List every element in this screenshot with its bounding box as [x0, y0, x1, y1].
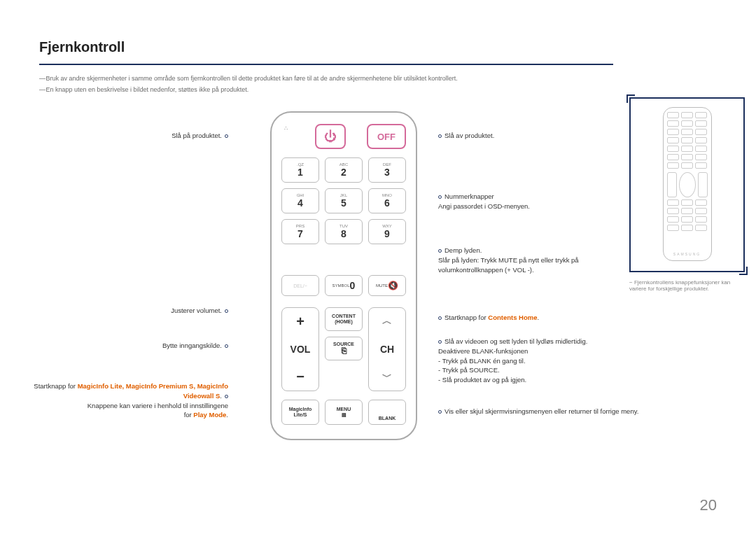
chevron-down-icon: ﹀ [382, 371, 392, 384]
key-1: .QZ1 [281, 157, 319, 183]
mini-remote: SAMSUNG [663, 107, 712, 261]
callout-numkeys: Nummerknapper Angi passordet i OSD-menye… [438, 192, 634, 211]
source-icon: ⎘ [342, 346, 346, 356]
magicinfo-button: MagicInfoLite/S [281, 400, 319, 425]
key-9: WXY9 [368, 219, 406, 244]
power-off-button: OFF [367, 124, 406, 149]
note-2: En knapp uten en beskrivelse i bildet ne… [39, 86, 717, 93]
mute-key: MUTE🔇 [368, 275, 406, 296]
key-4: GHI4 [281, 188, 319, 213]
note-1: Bruk av andre skjermenheter i samme områ… [39, 75, 717, 82]
side-note: Fjernkontrollens knappefunksjoner kan va… [629, 279, 745, 292]
remote-illustration: ∴ OFF .QZ1 ABC2 DEF3 GHI4 JKL5 MNO6 PRS7… [270, 111, 417, 440]
source-button: SOURCE⎘ [325, 337, 363, 360]
callout-power-off: Slå av produktet. [438, 131, 620, 141]
key-6: MNO6 [368, 188, 406, 213]
zero-key: SYMBOL0 [325, 275, 363, 296]
callout-menu: Vis eller skjul skjermvisningsmenyen ell… [438, 407, 648, 416]
key-3: DEF3 [368, 157, 406, 183]
ir-dots: ∴ [284, 125, 289, 132]
callout-vol: Justerer volumet. [39, 306, 228, 316]
callout-magicinfo: Startknapp for MagicInfo Lite, MagicInfo… [18, 381, 228, 420]
mini-brand: SAMSUNG [667, 252, 708, 256]
callout-mute: Demp lyden. Slår på lyden: Trykk MUTE på… [438, 246, 634, 274]
number-keypad: .QZ1 ABC2 DEF3 GHI4 JKL5 MNO6 PRS7 TUV8 … [281, 157, 406, 244]
menu-button: MENU▤ [325, 400, 363, 425]
callout-source: Bytte inngangskilde. [39, 341, 228, 351]
row4: DEL/− SYMBOL0 MUTE🔇 [281, 275, 406, 296]
ch-rocker: ︿ CH ﹀ [368, 307, 406, 391]
bottom-row: MagicInfoLite/S MENU▤ BLANK [281, 400, 406, 425]
side-remote-frame: SAMSUNG [629, 97, 745, 272]
page-title: Fjernkontroll [39, 39, 717, 55]
callout-content-home: Startknapp for Contents Home. [438, 313, 634, 323]
vol-rocker: + VOL − [281, 307, 319, 391]
key-5: JKL5 [325, 188, 363, 213]
chevron-up-icon: ︿ [382, 315, 392, 328]
key-2: ABC2 [325, 157, 363, 183]
menu-icon: ▤ [342, 412, 346, 418]
blank-button: BLANK [368, 400, 406, 425]
content-home-button: CONTENT(HOME) [325, 307, 363, 331]
power-on-button [315, 124, 346, 149]
title-underline [39, 64, 613, 65]
callout-blank: Slå av videoen og sett lyden til lydløs … [438, 337, 648, 385]
key-7: PRS7 [281, 219, 319, 244]
del-key: DEL/− [281, 275, 319, 296]
key-8: TUV8 [325, 219, 363, 244]
middle-cluster: + VOL − CONTENT(HOME) SOURCE⎘ ︿ CH ﹀ [281, 307, 406, 391]
page-number: 20 [700, 496, 717, 514]
callout-power-on: Slå på produktet. [39, 131, 228, 141]
